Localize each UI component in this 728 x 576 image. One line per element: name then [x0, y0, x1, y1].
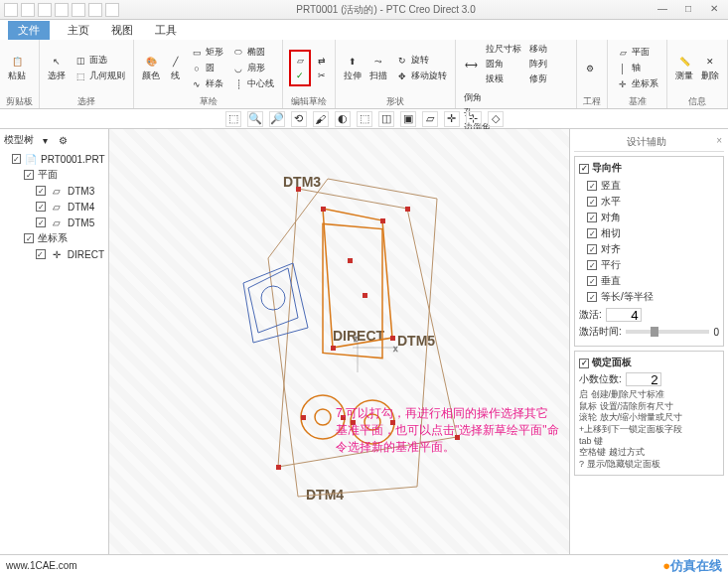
close-button[interactable]: ✕ — [704, 3, 724, 17]
qat-new-icon[interactable] — [4, 3, 18, 17]
panel-close-button[interactable]: × — [716, 135, 722, 146]
time-slider[interactable] — [626, 330, 710, 334]
check-icon[interactable]: ✓ — [579, 164, 589, 174]
sweep-button[interactable]: ⤳扫描 — [367, 53, 389, 84]
view-zoom-out-icon[interactable]: 🔎 — [269, 111, 285, 127]
qat-redo-icon[interactable] — [72, 3, 85, 17]
check-icon[interactable]: ✓ — [36, 217, 46, 227]
edit-pattern-button[interactable]: 阵列 — [527, 57, 549, 72]
csys-button[interactable]: ✛坐标系 — [614, 76, 660, 92]
tree-settings-icon[interactable]: ⚙ — [56, 133, 70, 147]
delete-button[interactable]: ✕删除 — [699, 53, 721, 84]
tree-dtm5[interactable]: ✓▱DTM5 — [4, 215, 104, 230]
sweep-icon: ⤳ — [371, 55, 385, 69]
menu-home[interactable]: 主页 — [64, 21, 93, 40]
ribbon: 📋 粘贴 剪贴板 ↖ 选择 ◫面选 ⬚几何规则 选择 🎨颜色 ╱线 ▭矩形 ○圆 — [0, 40, 728, 109]
view-repaint-icon[interactable]: 🖌 — [313, 111, 329, 127]
opt-vertical[interactable]: ✓竖直 — [579, 178, 719, 194]
qat-undo-icon[interactable] — [55, 3, 69, 17]
maximize-button[interactable]: □ — [678, 3, 698, 17]
confirm-check-button[interactable]: ✓ — [293, 69, 307, 82]
view-nohidden-icon[interactable]: ▣ — [400, 111, 416, 127]
view-wire-icon[interactable]: ⬚ — [357, 111, 372, 127]
opt-diagonal[interactable]: ✓对角 — [579, 210, 719, 225]
hints-list: 启 创建/删除尺寸标准 鼠标 设置/清除所有尺寸 滚轮 放大/缩小增量或尺寸 +… — [579, 389, 719, 471]
arc-button[interactable]: ◡扇形 — [229, 61, 276, 76]
view-zoom-in-icon[interactable]: 🔍 — [247, 111, 263, 127]
new-sketch-plane-button[interactable]: ▱ — [293, 54, 307, 68]
circle-button[interactable]: ○圆 — [188, 61, 225, 76]
extrude-button[interactable]: ⬆拉伸 — [342, 53, 364, 84]
menu-view[interactable]: 视图 — [107, 21, 137, 40]
check-icon[interactable]: ✓ — [36, 202, 46, 212]
tree-direct[interactable]: ✓✛DIRECT — [4, 246, 104, 262]
paste-button[interactable]: 📋 粘贴 — [6, 53, 28, 84]
view-axes-icon[interactable]: ✛ — [444, 111, 460, 127]
canvas[interactable]: DTM3 DTM5 DIRECT DTM4 — [109, 129, 569, 554]
count-label: 激活: — [579, 308, 602, 322]
inspect-button[interactable]: 📏测量 — [673, 53, 695, 84]
geom-rule-button[interactable]: ⬚几何规则 — [72, 69, 127, 84]
check-icon[interactable]: ✓ — [36, 249, 46, 259]
line-button[interactable]: ╱线 — [166, 53, 184, 84]
face-select-button[interactable]: ◫面选 — [72, 53, 127, 69]
count-input[interactable] — [606, 308, 642, 322]
qat-regen-icon[interactable] — [88, 3, 102, 17]
edit-offset-button[interactable]: 修剪 — [527, 72, 549, 86]
view-csys-icon[interactable]: ⊹ — [466, 111, 482, 127]
check-icon[interactable]: ✓ — [579, 359, 589, 368]
view-toolbar: ⬚ 🔍 🔎 ⟲ 🖌 ◐ ⬚ ◫ ▣ ▱ ✛ ⊹ ◇ — [0, 109, 728, 129]
tree-csys-group[interactable]: ✓坐标系 — [4, 230, 104, 246]
view-shade-icon[interactable]: ◐ — [335, 111, 351, 127]
tree-dtm4[interactable]: ✓▱DTM4 — [4, 199, 104, 215]
edit-move-button[interactable]: 移动 — [527, 42, 549, 57]
view-datum-icon[interactable]: ◇ — [488, 111, 504, 127]
footer: www.1CAE.com ●仿真在线 — [0, 554, 728, 576]
check-icon[interactable]: ✓ — [24, 233, 34, 243]
move-button[interactable]: ✥移动旋转 — [393, 69, 449, 84]
eng-icon[interactable]: ⚙ — [583, 62, 597, 75]
view-hidden-icon[interactable]: ◫ — [378, 111, 394, 127]
tree-root[interactable]: ✓ 📄 PRT0001.PRT — [4, 151, 104, 167]
edit-chamfer-button[interactable]: 倒角 — [462, 90, 493, 105]
ribbon-group-info: 📏测量 ✕删除 信息 — [667, 40, 728, 108]
tree-dtm3[interactable]: ✓▱DTM3 — [4, 183, 104, 199]
tree-collapse-icon[interactable]: ▾ — [38, 133, 52, 147]
spline-button[interactable]: ∿样条 — [188, 76, 225, 92]
plane-button[interactable]: ▱平面 — [614, 45, 660, 61]
qat-save-icon[interactable] — [38, 3, 52, 17]
edit-round-button[interactable]: 圆角 — [484, 57, 523, 72]
color-button[interactable]: 🎨颜色 — [140, 53, 162, 84]
minimize-button[interactable]: — — [653, 3, 672, 17]
centerline-button[interactable]: ┊中心线 — [229, 76, 276, 92]
mirror-icon[interactable]: ⇄ — [315, 54, 329, 68]
menu-tools[interactable]: 工具 — [151, 21, 181, 40]
time-label: 激活时间: — [579, 325, 622, 339]
edit-dim-button[interactable]: 拉尺寸标 — [484, 42, 523, 57]
opt-parallel[interactable]: ✓平行 — [579, 257, 719, 273]
ellipse-button[interactable]: ⬭椭圆 — [229, 45, 276, 61]
view-refit-icon[interactable]: ⬚ — [225, 111, 241, 127]
view-orient-icon[interactable]: ⟲ — [291, 111, 307, 127]
view-plane-icon[interactable]: ▱ — [422, 111, 438, 127]
opt-tangent[interactable]: ✓相切 — [579, 225, 719, 241]
check-icon[interactable]: ✓ — [12, 154, 21, 164]
qat-close-icon[interactable] — [105, 3, 119, 17]
rotate-button[interactable]: ↻旋转 — [393, 53, 449, 69]
menu-file[interactable]: 文件 — [8, 21, 50, 40]
qat-open-icon[interactable] — [21, 3, 35, 17]
edit-draft-button[interactable]: 拔模 — [484, 72, 523, 86]
dim-button[interactable]: ⟷ — [462, 56, 480, 73]
opt-equal[interactable]: ✓等长/等半径 — [579, 289, 719, 305]
opt-horizontal[interactable]: ✓水平 — [579, 194, 719, 210]
opt-perpendicular[interactable]: ✓垂直 — [579, 273, 719, 289]
axis-button[interactable]: │轴 — [614, 61, 660, 76]
check-icon[interactable]: ✓ — [24, 170, 34, 180]
trim-icon[interactable]: ✂ — [315, 69, 329, 82]
decimals-input[interactable] — [626, 372, 661, 386]
rect-button[interactable]: ▭矩形 — [188, 45, 225, 61]
opt-align[interactable]: ✓对齐 — [579, 241, 719, 257]
check-icon[interactable]: ✓ — [36, 186, 46, 196]
select-button[interactable]: ↖ 选择 — [46, 53, 68, 84]
tree-planes[interactable]: ✓ 平面 — [4, 167, 104, 183]
